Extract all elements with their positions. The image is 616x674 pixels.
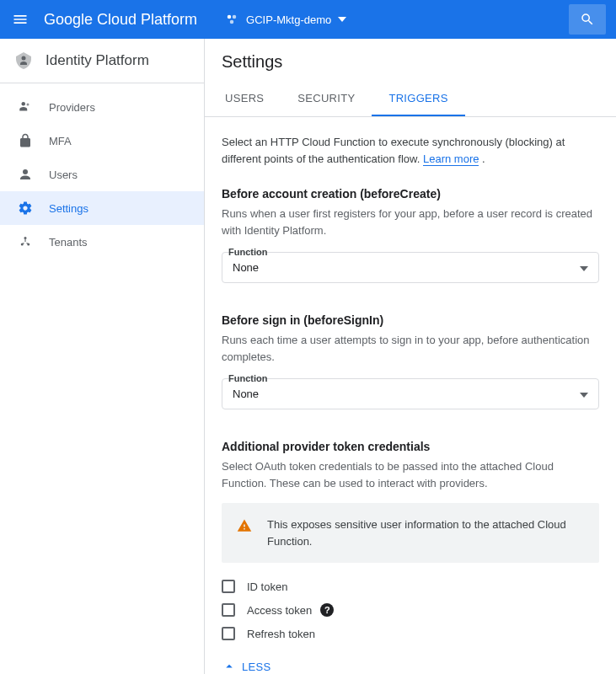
sidebar-item-mfa[interactable]: MFA [0,124,204,158]
dropdown-arrow-icon [580,393,588,398]
search-icon [580,12,595,27]
sidebar-item-tenants[interactable]: Tenants [0,225,204,259]
section-desc: Runs each time a user attempts to sign i… [222,332,599,365]
project-name: GCIP-Mktg-demo [246,13,331,26]
menu-button[interactable] [10,9,30,29]
sidebar-item-label: Tenants [49,236,88,249]
select-label: Function [228,373,599,383]
warning-icon [237,518,252,533]
chevron-up-icon [222,659,237,674]
token-credentials-section: Additional provider token credentials Se… [222,440,599,674]
sidebar-item-label: Users [49,168,78,181]
tab-security[interactable]: SECURITY [281,82,372,116]
checkbox-refresh-token[interactable] [222,627,235,640]
svg-point-2 [230,20,234,24]
section-desc: Select OAuth token credentials to be pas… [222,458,599,491]
sidebar-item-providers[interactable]: Providers [0,90,204,124]
svg-point-0 [228,15,232,19]
section-title: Before sign in (beforeSignIn) [222,313,599,327]
checkbox-access-token[interactable] [222,603,235,617]
less-toggle[interactable]: LESS [222,659,599,674]
select-value: None [233,261,259,274]
checkbox-row-id-token: ID token [222,575,599,598]
user-icon [18,167,33,182]
before-signin-section: Before sign in (beforeSignIn) Runs each … [222,313,599,409]
svg-point-6 [23,169,28,174]
dropdown-arrow-icon [338,17,346,22]
sidebar: Identity Platform Providers MFA Users Se… [0,39,205,674]
select-label: Function [228,247,599,257]
tab-users[interactable]: USERS [208,82,281,116]
tabs: USERS SECURITY TRIGGERS [205,82,616,117]
project-icon [224,12,239,27]
sidebar-item-label: Providers [49,101,95,114]
section-title: Before account creation (beforeCreate) [222,187,599,201]
svg-point-4 [22,102,26,106]
warning-text: This exposes sensitive user information … [267,516,584,549]
sidebar-item-settings[interactable]: Settings [0,191,204,225]
sidebar-title: Identity Platform [46,52,149,69]
dropdown-arrow-icon [580,266,588,271]
providers-icon [18,99,33,115]
sidebar-header: Identity Platform [0,39,204,83]
section-title: Additional provider token credentials [222,440,599,453]
checkbox-row-access-token: Access token ? [222,598,599,622]
help-icon[interactable]: ? [320,603,334,617]
intro-text: Select an HTTP Cloud Function to execute… [222,134,599,167]
checkbox-label: Refresh token [247,628,315,640]
tab-triggers[interactable]: TRIGGERS [372,82,464,116]
svg-point-1 [233,15,237,19]
main-content: Settings USERS SECURITY TRIGGERS Select … [205,39,616,674]
tenants-icon [18,234,33,249]
checkbox-id-token[interactable] [222,580,235,593]
hamburger-icon [12,11,29,28]
warning-box: This exposes sensitive user information … [222,503,599,563]
checkbox-label: ID token [247,580,287,593]
project-selector[interactable]: GCIP-Mktg-demo [217,8,353,30]
topbar: Google Cloud Platform GCIP-Mktg-demo [0,0,616,39]
page-title: Settings [205,39,616,82]
learn-more-link[interactable]: Learn more [423,152,479,166]
platform-logo: Google Cloud Platform [44,11,197,29]
search-button[interactable] [569,4,606,35]
sidebar-item-label: Settings [49,202,88,215]
before-create-section: Before account creation (beforeCreate) R… [222,187,599,283]
svg-point-5 [27,104,29,106]
identity-platform-icon [13,51,34,71]
lock-icon [18,133,33,148]
section-desc: Runs when a user first registers for you… [222,206,599,238]
gear-icon [18,201,33,216]
svg-point-7 [24,237,27,239]
sidebar-item-label: MFA [49,135,72,147]
svg-point-3 [22,56,26,61]
sidebar-item-users[interactable]: Users [0,158,204,191]
checkbox-row-refresh-token: Refresh token [222,622,599,645]
checkbox-label: Access token [247,604,312,617]
select-value: None [233,388,259,400]
